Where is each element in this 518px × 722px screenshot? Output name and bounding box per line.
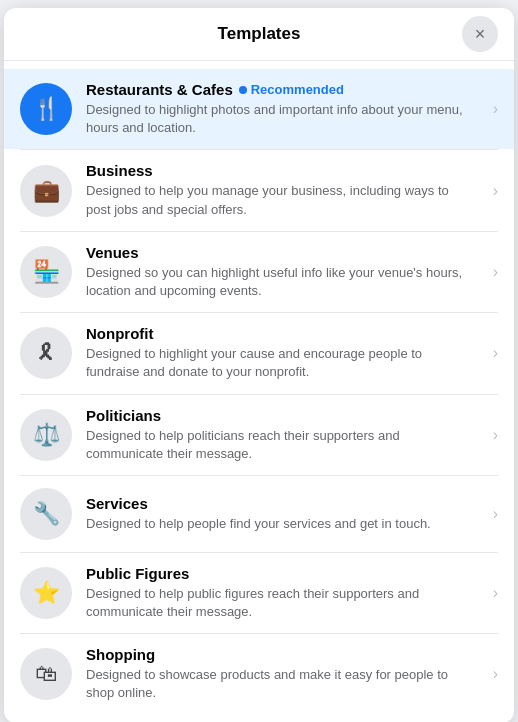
shopping-content: ShoppingDesigned to showcase products an…: [86, 646, 475, 702]
politicians-icon: ⚖️: [20, 409, 72, 461]
venues-name-row: Venues: [86, 244, 475, 261]
restaurants-icon: 🍴: [20, 83, 72, 135]
shopping-description: Designed to showcase products and make i…: [86, 666, 475, 702]
templates-modal: Templates × 🍴Restaurants & CafesRecommen…: [4, 8, 514, 722]
recommended-badge: Recommended: [239, 82, 344, 97]
chevron-right-icon: ›: [493, 426, 498, 444]
politicians-name: Politicians: [86, 407, 161, 424]
services-icon: 🔧: [20, 488, 72, 540]
nonprofit-description: Designed to highlight your cause and enc…: [86, 345, 475, 381]
services-description: Designed to help people find your servic…: [86, 515, 475, 533]
shopping-name-row: Shopping: [86, 646, 475, 663]
chevron-right-icon: ›: [493, 665, 498, 683]
template-item-services[interactable]: 🔧ServicesDesigned to help people find yo…: [4, 476, 514, 552]
close-button[interactable]: ×: [462, 16, 498, 52]
services-name-row: Services: [86, 495, 475, 512]
template-item-public-figures[interactable]: ⭐Public FiguresDesigned to help public f…: [4, 553, 514, 633]
nonprofit-name: Nonprofit: [86, 325, 153, 342]
restaurants-name: Restaurants & Cafes: [86, 81, 233, 98]
template-item-business[interactable]: 💼BusinessDesigned to help you manage you…: [4, 150, 514, 230]
chevron-right-icon: ›: [493, 344, 498, 362]
template-item-nonprofit[interactable]: 🎗NonprofitDesigned to highlight your cau…: [4, 313, 514, 393]
template-list: 🍴Restaurants & CafesRecommendedDesigned …: [4, 61, 514, 722]
venues-name: Venues: [86, 244, 139, 261]
public-figures-name: Public Figures: [86, 565, 189, 582]
services-content: ServicesDesigned to help people find you…: [86, 495, 475, 533]
business-description: Designed to help you manage your busines…: [86, 182, 475, 218]
venues-content: VenuesDesigned so you can highlight usef…: [86, 244, 475, 300]
chevron-right-icon: ›: [493, 584, 498, 602]
restaurants-name-row: Restaurants & CafesRecommended: [86, 81, 475, 98]
recommended-label: Recommended: [251, 82, 344, 97]
nonprofit-name-row: Nonprofit: [86, 325, 475, 342]
business-content: BusinessDesigned to help you manage your…: [86, 162, 475, 218]
services-name: Services: [86, 495, 148, 512]
venues-description: Designed so you can highlight useful inf…: [86, 264, 475, 300]
modal-header: Templates ×: [4, 8, 514, 61]
public-figures-name-row: Public Figures: [86, 565, 475, 582]
business-name-row: Business: [86, 162, 475, 179]
nonprofit-content: NonprofitDesigned to highlight your caus…: [86, 325, 475, 381]
template-item-restaurants[interactable]: 🍴Restaurants & CafesRecommendedDesigned …: [4, 69, 514, 149]
chevron-right-icon: ›: [493, 100, 498, 118]
public-figures-icon: ⭐: [20, 567, 72, 619]
chevron-right-icon: ›: [493, 505, 498, 523]
chevron-right-icon: ›: [493, 263, 498, 281]
politicians-name-row: Politicians: [86, 407, 475, 424]
restaurants-description: Designed to highlight photos and importa…: [86, 101, 475, 137]
public-figures-description: Designed to help public figures reach th…: [86, 585, 475, 621]
chevron-right-icon: ›: [493, 182, 498, 200]
restaurants-content: Restaurants & CafesRecommendedDesigned t…: [86, 81, 475, 137]
business-name: Business: [86, 162, 153, 179]
nonprofit-icon: 🎗: [20, 327, 72, 379]
template-item-politicians[interactable]: ⚖️PoliticiansDesigned to help politician…: [4, 395, 514, 475]
shopping-icon: 🛍: [20, 648, 72, 700]
template-item-shopping[interactable]: 🛍ShoppingDesigned to showcase products a…: [4, 634, 514, 714]
template-item-venues[interactable]: 🏪VenuesDesigned so you can highlight use…: [4, 232, 514, 312]
venues-icon: 🏪: [20, 246, 72, 298]
public-figures-content: Public FiguresDesigned to help public fi…: [86, 565, 475, 621]
modal-title: Templates: [218, 24, 301, 44]
politicians-description: Designed to help politicians reach their…: [86, 427, 475, 463]
shopping-name: Shopping: [86, 646, 155, 663]
business-icon: 💼: [20, 165, 72, 217]
politicians-content: PoliticiansDesigned to help politicians …: [86, 407, 475, 463]
recommended-dot-icon: [239, 86, 247, 94]
